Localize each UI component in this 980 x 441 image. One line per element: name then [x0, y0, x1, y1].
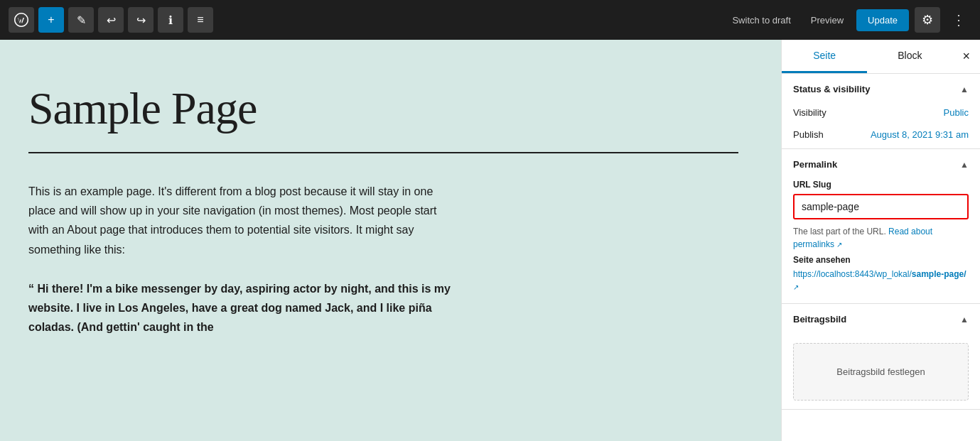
seite-ansehen-label: Seite ansehen [782, 255, 980, 268]
visibility-row: Visibility Public [782, 104, 980, 126]
permalink-chevron: ▲ [960, 160, 969, 170]
undo-button[interactable]: ↩ [98, 7, 124, 33]
status-visibility-header[interactable]: Status & visibility ▲ [782, 74, 980, 104]
permalink-section: Permalink ▲ URL Slug The last part of th… [782, 149, 980, 304]
status-visibility-title: Status & visibility [793, 84, 870, 94]
publish-row: Publish August 8, 2021 9:31 am [782, 126, 980, 148]
switch-to-draft-button[interactable]: Switch to draft [725, 11, 797, 30]
toolbar-right: Switch to draft Preview Update ⚙ ⋮ [725, 7, 971, 33]
beitragsbild-placeholder[interactable]: Beitragsbild festlegen [793, 343, 969, 401]
settings-button[interactable]: ⚙ [915, 7, 940, 33]
page-title: Sample Page [28, 82, 738, 135]
new-block-button[interactable]: + [38, 7, 64, 33]
beitragsbild-section: Beitragsbild ▲ Beitragsbild festlegen [782, 304, 980, 410]
wp-logo-button[interactable] [9, 7, 34, 33]
info-button[interactable]: ℹ [158, 7, 183, 33]
status-visibility-chevron: ▲ [960, 85, 969, 94]
seite-ansehen-ext-icon: ↗ [793, 283, 799, 291]
sidebar-close-button[interactable]: × [953, 40, 981, 73]
info-icon: ℹ [168, 13, 173, 27]
undo-icon: ↩ [107, 13, 116, 27]
ellipsis-icon: ⋮ [952, 11, 966, 28]
page-quote-text: “ Hi there! I'm a bike messenger by day,… [28, 279, 455, 337]
gear-icon: ⚙ [922, 12, 933, 28]
redo-icon: ↪ [136, 13, 146, 27]
page-intro-text: This is an example page. It's different … [28, 182, 455, 259]
tab-block[interactable]: Block [867, 40, 952, 73]
url-slug-label: URL Slug [782, 180, 980, 194]
sidebar-tabs: Seite Block × [782, 40, 980, 74]
list-view-button[interactable]: ≡ [188, 7, 213, 33]
permalink-title: Permalink [793, 159, 837, 170]
editor-canvas[interactable]: Sample Page This is an example page. It'… [0, 40, 781, 441]
seite-ansehen-url-bold: sample-page/ [912, 269, 966, 279]
permalink-header[interactable]: Permalink ▲ [782, 149, 980, 180]
seite-ansehen-link[interactable]: https://localhost:8443/wp_lokal/sample-p… [782, 268, 980, 303]
beitragsbild-title: Beitragsbild [793, 314, 846, 325]
edit-button[interactable]: ✎ [68, 7, 94, 33]
sidebar-panel: Seite Block × Status & visibility ▲ Visi… [781, 40, 980, 441]
pencil-icon: ✎ [77, 13, 86, 27]
list-icon: ≡ [197, 13, 203, 26]
plus-icon: + [48, 13, 54, 26]
preview-button[interactable]: Preview [804, 11, 851, 30]
update-button[interactable]: Update [856, 9, 909, 31]
more-options-button[interactable]: ⋮ [946, 7, 971, 33]
beitragsbild-chevron: ▲ [960, 315, 969, 325]
external-link-icon: ↗ [836, 241, 842, 249]
redo-button[interactable]: ↪ [128, 7, 154, 33]
quote-bold-text: “ Hi there! I'm a bike messenger by day,… [28, 283, 451, 333]
status-visibility-section: Status & visibility ▲ Visibility Public … [782, 74, 980, 149]
publish-value[interactable]: August 8, 2021 9:31 am [871, 129, 969, 140]
publish-label: Publish [793, 129, 824, 140]
main-area: Sample Page This is an example page. It'… [0, 40, 980, 441]
tab-seite[interactable]: Seite [782, 40, 867, 73]
toolbar-left: + ✎ ↩ ↪ ℹ ≡ [9, 7, 213, 33]
visibility-label: Visibility [793, 107, 826, 118]
title-divider [28, 152, 738, 153]
beitragsbild-body: Beitragsbild festlegen [782, 334, 980, 409]
toolbar: + ✎ ↩ ↪ ℹ ≡ Switch to draft Preview Upda… [0, 0, 980, 40]
url-slug-input[interactable] [793, 194, 969, 219]
beitragsbild-header[interactable]: Beitragsbild ▲ [782, 304, 980, 334]
url-hint: The last part of the URL. Read about per… [782, 225, 980, 255]
visibility-value[interactable]: Public [944, 107, 969, 118]
